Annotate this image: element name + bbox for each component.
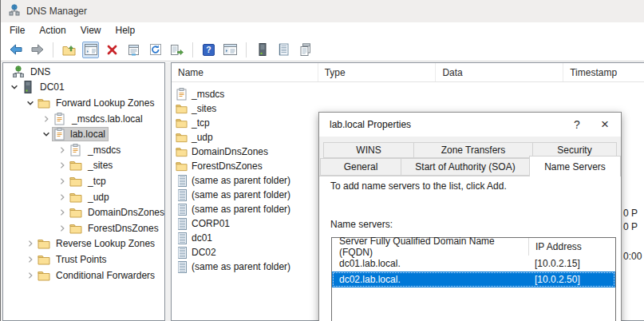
chevron-collapsed-icon[interactable] <box>56 206 69 219</box>
chevron-collapsed-icon[interactable] <box>56 159 69 172</box>
folder-icon <box>176 160 188 172</box>
export-list-button[interactable] <box>168 42 185 58</box>
console-tree-panel: DNSDC01Forward Lookup Zones_msdcs.lab.lo… <box>2 62 165 321</box>
folder-icon <box>37 253 50 266</box>
copy-button[interactable] <box>297 42 314 58</box>
folder-icon <box>37 97 50 109</box>
name-server-row[interactable]: dc01.lab.local.[10.0.2.15] <box>332 256 615 271</box>
dns-app-icon <box>8 4 21 19</box>
server2-icon <box>258 43 267 56</box>
ns-ip: [10.0.2.15] <box>528 258 615 269</box>
folder-icon <box>69 191 82 204</box>
notebook-icon <box>278 43 290 56</box>
tree-item-label: _udp <box>85 191 112 204</box>
list-row-name: dc01 <box>192 232 212 244</box>
refresh-icon <box>149 43 162 56</box>
folder-icon <box>37 237 50 250</box>
record-icon <box>176 175 188 187</box>
tab-name-servers[interactable]: Name Servers <box>529 156 621 176</box>
tree-item-label: DomainDnsZones <box>85 206 164 219</box>
menu-action[interactable]: Action <box>32 23 73 38</box>
dialog-title: lab.local Properties <box>330 119 411 130</box>
ns-column-fqdn[interactable]: Server Fully Qualified Domain Name (FQDN… <box>332 236 528 258</box>
help-button[interactable]: ? <box>200 42 217 58</box>
tree-item-conditional-forwarders[interactable]: Conditional Forwarders <box>3 268 164 283</box>
properties-icon <box>128 44 140 56</box>
tree-item-forestdnszones[interactable]: ForestDnsZones <box>3 220 164 236</box>
list-row-name: _udp <box>192 132 213 143</box>
name-server-row[interactable]: dc02.lab.local.[10.0.2.50] <box>332 271 615 287</box>
folder-icon <box>69 222 82 235</box>
list-row[interactable]: _msdcs <box>172 87 644 101</box>
record-icon <box>176 189 188 201</box>
menu-view[interactable]: View <box>73 23 109 38</box>
server-status-button[interactable] <box>254 42 271 58</box>
tree-item-forward-lookup-zones[interactable]: Forward Lookup Zones <box>3 95 164 111</box>
show-console-tree-button[interactable] <box>82 42 99 58</box>
chevron-collapsed-icon[interactable] <box>24 253 37 266</box>
list-row-name: _msdcs <box>192 89 224 100</box>
tab-general[interactable]: General <box>320 158 401 176</box>
column-header-name[interactable]: Name <box>172 63 318 81</box>
chevron-collapsed-icon[interactable] <box>24 269 37 282</box>
menu-bar: FileActionViewHelp <box>1 22 644 38</box>
tab-start-of-authority-soa-[interactable]: Start of Authority (SOA) <box>401 158 530 176</box>
tree-item--udp[interactable]: _udp <box>3 189 164 205</box>
name-servers-label: Name servers: <box>330 219 393 230</box>
chevron-collapsed-icon[interactable] <box>24 237 37 250</box>
chevron-expanded-icon[interactable] <box>40 128 53 141</box>
tree-item-dns[interactable]: DNS <box>3 64 164 80</box>
dialog-help-button[interactable]: ? <box>571 118 583 131</box>
column-header-data[interactable]: Data <box>435 63 563 81</box>
tree-item-dc01[interactable]: DC01 <box>3 80 164 96</box>
tree-item--msdcs-lab-local[interactable]: _msdcs.lab.local <box>3 111 164 127</box>
properties-button[interactable] <box>125 42 142 58</box>
tree-item-lab-local[interactable]: lab.local <box>3 126 164 142</box>
chevron-expanded-icon[interactable] <box>24 97 37 109</box>
column-header-timestamp[interactable]: Timestamp <box>563 63 644 81</box>
tab-wins[interactable]: WINS <box>323 142 414 158</box>
chevron-collapsed-icon[interactable] <box>56 191 69 204</box>
tree-item--msdcs[interactable]: _msdcs <box>3 142 164 158</box>
tree-item-label: Reverse Lookup Zones <box>53 237 157 250</box>
zone-icon <box>53 113 66 125</box>
chevron-collapsed-icon[interactable] <box>56 222 69 235</box>
folder-icon <box>69 206 82 219</box>
tree-item-trust-points[interactable]: Trust Points <box>3 252 164 268</box>
menu-file[interactable]: File <box>2 23 32 38</box>
forward-button[interactable] <box>29 42 45 58</box>
chevron-expanded-icon[interactable] <box>8 81 21 93</box>
forward-icon <box>30 43 45 56</box>
records-button[interactable] <box>275 42 292 58</box>
tree-item-label: _msdcs.lab.local <box>69 113 145 125</box>
tree-item-label: _tcp <box>85 175 109 188</box>
tree-item-reverse-lookup-zones[interactable]: Reverse Lookup Zones <box>3 236 164 252</box>
tree-item-domaindnszones[interactable]: DomainDnsZones <box>3 204 164 220</box>
zone-icon <box>53 128 66 141</box>
tree-item--sites[interactable]: _sites <box>3 158 164 174</box>
toolbar-separator <box>246 42 247 57</box>
console-window-button[interactable] <box>222 42 239 58</box>
up-one-level-button[interactable] <box>61 42 77 58</box>
name-servers-listbox: Server Fully Qualified Domain Name (FQDN… <box>331 237 616 321</box>
menu-help[interactable]: Help <box>109 23 143 38</box>
chevron-collapsed-icon[interactable] <box>56 144 69 157</box>
refresh-button[interactable] <box>147 42 164 58</box>
ns-column-ip[interactable]: IP Address <box>528 238 615 256</box>
column-header-type[interactable]: Type <box>318 63 436 81</box>
tab-zone-transfers[interactable]: Zone Transfers <box>413 142 533 158</box>
chevron-collapsed-icon[interactable] <box>40 113 53 125</box>
dialog-close-button[interactable]: × <box>599 118 611 131</box>
list-column-header: Name Type Data Timestamp <box>172 63 644 82</box>
back-button[interactable] <box>7 42 24 58</box>
export-icon <box>170 44 184 56</box>
tree-item--tcp[interactable]: _tcp <box>3 173 164 189</box>
list-row-name: DomainDnsZones <box>192 146 268 157</box>
delete-icon <box>106 44 118 56</box>
delete-button[interactable] <box>104 42 121 58</box>
chevron-collapsed-icon[interactable] <box>56 175 69 188</box>
back-icon <box>9 43 23 56</box>
zone-icon <box>69 144 82 157</box>
dns-manager-window: DNS Manager FileActionViewHelp ? DNSDC01… <box>0 0 644 321</box>
up-level-icon <box>62 44 76 56</box>
